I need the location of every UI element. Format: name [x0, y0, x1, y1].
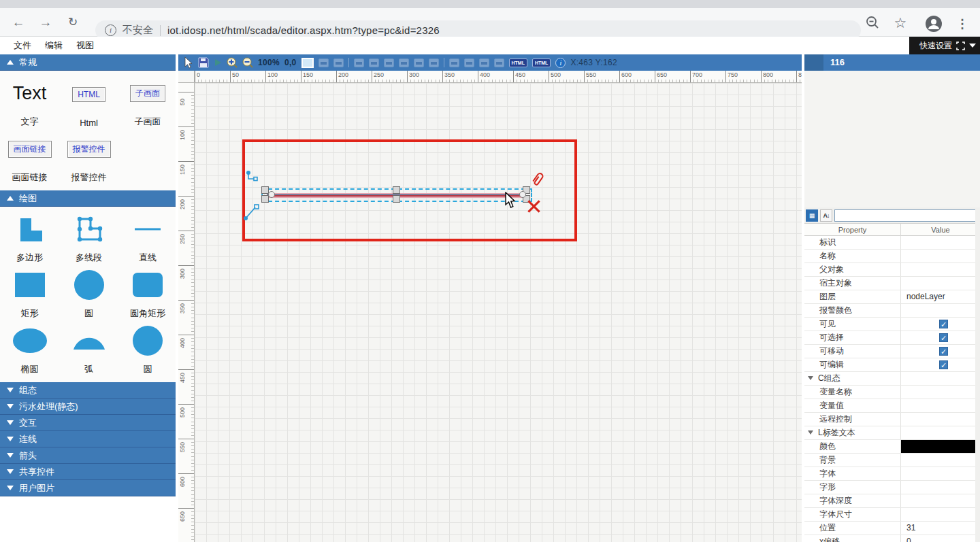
property-value[interactable] — [901, 372, 980, 385]
shape-tool-arc[interactable]: 弧 — [59, 322, 118, 378]
browser-reload-button[interactable]: ↻ — [63, 12, 83, 33]
sidebar-section-常规[interactable]: 常规 — [0, 54, 176, 71]
property-row-字体尺寸[interactable]: 字体尺寸 — [804, 508, 980, 522]
sidebar-section-绘图[interactable]: 绘图 — [0, 190, 176, 207]
quick-settings-button[interactable]: 快速设置 — [909, 37, 980, 54]
save-button[interactable] — [198, 57, 209, 69]
dock-layout-icon[interactable] — [956, 41, 965, 50]
property-value[interactable]: 31 — [901, 522, 980, 535]
property-value[interactable] — [901, 304, 980, 317]
sidebar-section-连线[interactable]: 连线 — [0, 431, 176, 447]
sidebar-section-交互[interactable]: 交互 — [0, 415, 176, 431]
menu-item-2[interactable]: 视图 — [76, 37, 94, 54]
property-value[interactable]: ✓ — [901, 331, 980, 345]
property-panel-scrollbar[interactable] — [975, 207, 980, 542]
property-value[interactable]: ✓ — [901, 345, 980, 358]
shape-tool-rect[interactable]: 矩形 — [0, 267, 59, 322]
tool-text-tool[interactable]: Text文字 — [0, 75, 59, 131]
sidebar-section-污水处理(静态)[interactable]: 污水处理(静态) — [0, 399, 176, 415]
design-canvas[interactable] — [195, 83, 802, 542]
property-row-父对象[interactable]: 父对象 — [804, 263, 980, 277]
select-tool-button[interactable] — [184, 57, 193, 69]
property-value[interactable] — [901, 481, 980, 494]
property-value[interactable] — [901, 399, 980, 412]
zoom-page-icon[interactable] — [864, 15, 881, 33]
delete-x-icon[interactable] — [527, 199, 541, 214]
property-value[interactable]: ✓ — [901, 358, 980, 372]
html-preview-button[interactable]: HTML — [532, 58, 551, 67]
property-row-图层[interactable]: 图层nodeLayer — [804, 290, 980, 304]
property-value[interactable]: nodeLayer — [901, 290, 980, 303]
attach-paperclip-icon[interactable] — [529, 170, 546, 189]
property-value[interactable] — [901, 386, 980, 399]
tool-screen-link-tool[interactable]: 画面链接画面链接 — [0, 131, 59, 186]
property-value[interactable] — [901, 467, 980, 480]
property-value[interactable] — [901, 426, 980, 439]
page-info-icon[interactable]: i — [105, 24, 116, 36]
property-row-可选择[interactable]: 可选择✓ — [804, 331, 980, 345]
checkbox-checked-icon[interactable]: ✓ — [939, 320, 948, 328]
canvas-background-button[interactable] — [301, 57, 314, 69]
property-row-L标签文本[interactable]: L标签文本 — [804, 426, 980, 440]
tool-alarm-control-tool[interactable]: 报警控件报警控件 — [59, 131, 118, 186]
property-row-位置[interactable]: 位置31 — [804, 522, 980, 535]
property-row-标识[interactable]: 标识 — [804, 236, 980, 250]
shape-tool-line[interactable]: 直线 — [118, 211, 177, 267]
alphabetical-sort-button[interactable]: A↓ — [820, 209, 832, 222]
shape-tool-polyline[interactable]: 多线段 — [59, 211, 118, 267]
sidebar-section-组态[interactable]: 组态 — [0, 382, 176, 399]
resize-handle[interactable] — [261, 195, 269, 203]
tool-html-tool[interactable]: HTMLHtml — [59, 75, 118, 131]
group-collapse-icon[interactable] — [808, 430, 813, 435]
shape-tool-polygon[interactable]: 多边形 — [0, 211, 59, 267]
property-value[interactable]: 0 — [901, 535, 980, 542]
zoom-in-button[interactable] — [227, 57, 238, 69]
line-endpoint-handle[interactable] — [268, 191, 275, 198]
property-row-背景[interactable]: 背景 — [804, 454, 980, 467]
property-value[interactable] — [901, 508, 980, 521]
color-swatch[interactable] — [901, 440, 980, 453]
profile-avatar[interactable] — [924, 15, 943, 33]
browser-back-button[interactable]: ← — [8, 12, 29, 33]
shape-tool-circle[interactable]: 圆 — [118, 322, 177, 378]
property-value[interactable] — [901, 413, 980, 426]
shape-tool-ellipse[interactable]: 椭圆 — [0, 322, 59, 378]
property-filter-input[interactable] — [834, 209, 979, 222]
bookmark-star-icon[interactable]: ☆ — [892, 15, 909, 33]
property-row-宿主对象[interactable]: 宿主对象 — [804, 277, 980, 290]
categorized-view-button[interactable]: ▦ — [806, 209, 818, 222]
browser-menu-icon[interactable]: ⋮ — [954, 15, 970, 33]
property-row-可移动[interactable]: 可移动✓ — [804, 345, 980, 358]
property-value[interactable] — [901, 454, 980, 467]
browser-forward-button[interactable]: → — [35, 12, 56, 33]
sidebar-section-箭头[interactable]: 箭头 — [0, 447, 176, 464]
property-value[interactable] — [901, 277, 980, 290]
property-row-报警颜色[interactable]: 报警颜色 — [804, 304, 980, 318]
info-button[interactable]: i — [555, 58, 566, 68]
shape-tool-rounded-rect[interactable]: 圆角矩形 — [118, 267, 177, 322]
property-value[interactable] — [901, 440, 980, 453]
shape-tool-circle[interactable]: 圆 — [59, 267, 118, 322]
checkbox-checked-icon[interactable]: ✓ — [939, 360, 948, 369]
property-row-x偏移[interactable]: x偏移0 — [804, 535, 980, 542]
property-value[interactable] — [901, 263, 980, 276]
resize-handle[interactable] — [393, 186, 400, 194]
html-source-button[interactable]: HTML — [509, 58, 527, 67]
property-value[interactable]: ✓ — [901, 318, 980, 331]
checkbox-checked-icon[interactable]: ✓ — [939, 347, 948, 356]
property-row-可编辑[interactable]: 可编辑✓ — [804, 358, 980, 372]
property-row-名称[interactable]: 名称 — [804, 250, 980, 263]
property-value[interactable] — [901, 236, 980, 249]
property-row-远程控制[interactable]: 远程控制 — [804, 413, 980, 426]
line-endpoint-handle[interactable] — [519, 191, 526, 198]
property-row-颜色[interactable]: 颜色 — [804, 440, 980, 454]
resize-handle[interactable] — [393, 195, 400, 203]
property-row-可见[interactable]: 可见✓ — [804, 318, 980, 331]
property-value[interactable] — [901, 250, 980, 262]
tool-subscreen-tool[interactable]: 子画面子画面 — [118, 75, 177, 131]
quick-settings-caret-icon[interactable] — [969, 44, 976, 48]
property-row-C组态[interactable]: C组态 — [804, 372, 980, 386]
zoom-out-button[interactable] — [242, 57, 253, 69]
menu-item-1[interactable]: 编辑 — [45, 37, 63, 54]
sidebar-section-用户图片[interactable]: 用户图片 — [0, 480, 176, 496]
